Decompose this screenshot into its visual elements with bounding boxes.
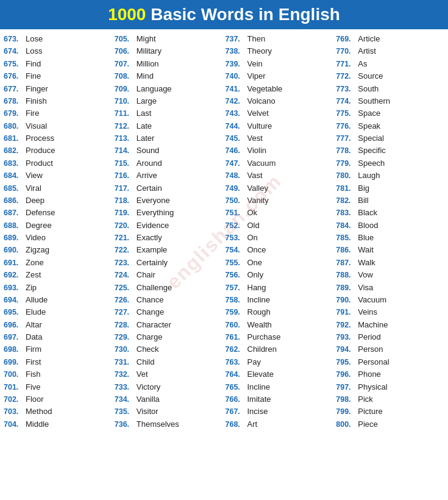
word-text: Southern [358,95,390,107]
word-row: 675.Find [4,58,112,70]
word-row: 762.Children [226,343,334,355]
word-text: Vegetable [247,83,283,95]
word-text: Certainly [137,257,168,269]
word-number: 759. [226,307,247,318]
word-number: 708. [115,71,137,82]
word-row: 703.Method [4,405,112,418]
word-row: 737.Then [226,33,334,45]
word-row: 745.Vest [226,132,334,145]
word-row: 726.Chance [115,294,223,306]
word-row: 688.Degree [4,220,112,232]
word-number: 794. [336,344,358,355]
word-number: 756. [226,270,247,281]
word-number: 760. [226,320,247,331]
word-row: 800.Piece [336,418,444,430]
word-number: 684. [4,170,26,182]
word-text: Specific [358,145,386,157]
word-row: 699.First [4,356,112,368]
word-text: On [247,232,258,244]
word-row: 718.Everyone [115,195,223,207]
word-number: 676. [4,71,26,82]
word-column-col1: 673.Lose674.Loss675.Find676.Fine677.Fing… [2,33,113,430]
word-number: 779. [336,158,358,170]
word-number: 798. [336,394,358,405]
word-text: Military [137,45,162,57]
word-number: 765. [226,382,247,393]
word-number: 726. [115,295,137,306]
word-row: 796.Phone [336,368,444,380]
word-row: 791.Veins [336,306,444,318]
word-text: Old [247,220,260,232]
word-number: 799. [336,406,358,418]
word-number: 712. [115,121,137,132]
word-number: 679. [4,108,26,120]
word-text: Wait [358,244,374,256]
word-text: Process [26,132,54,145]
word-number: 710. [115,96,137,107]
word-text: Purchase [247,331,281,343]
word-row: 691.Zone [4,257,112,269]
word-number: 681. [4,133,26,145]
word-text: Source [358,70,383,82]
word-number: 675. [4,59,26,70]
word-number: 751. [226,207,247,219]
word-number: 699. [4,357,26,368]
word-row: 742.Volcano [226,95,334,107]
word-row: 732.Vet [115,368,223,380]
word-text: Last [137,107,152,120]
word-text: Vast [247,170,263,182]
word-text: Speech [358,157,385,170]
word-text: Vacuum [358,294,386,306]
word-number: 784. [336,220,358,232]
title-text: Basic Words in English [151,5,340,24]
word-text: Vulture [247,120,272,132]
word-number: 746. [226,145,247,157]
word-text: Phone [358,368,381,380]
word-row: 767.Incise [226,405,334,418]
word-number: 735. [115,406,137,418]
word-row: 792.Machine [336,319,444,331]
word-text: One [247,257,263,269]
word-number: 758. [226,295,247,306]
word-row: 700.Fish [4,368,112,380]
word-text: Rough [247,306,271,318]
word-row: 760.Wealth [226,319,334,331]
word-number: 796. [336,369,358,380]
word-row: 701.Five [4,381,112,393]
word-column-col2: 705.Might706.Military707.Million708.Mind… [113,33,224,430]
word-text: Check [137,343,159,355]
word-text: Elevate [247,368,274,380]
word-text: Physical [358,381,387,393]
word-text: Deep [26,195,44,207]
word-row: 678.Finish [4,95,112,107]
word-row: 725.Challenge [115,282,223,294]
word-row: 786.Wait [336,244,444,256]
word-text: Method [26,405,52,418]
word-text: As [358,58,367,70]
word-text: Person [358,343,383,355]
word-row: 705.Might [115,33,223,45]
word-row: 702.Floor [4,393,112,405]
word-row: 713.Later [115,132,223,145]
word-text: Valley [247,182,268,195]
word-text: Change [137,306,165,318]
word-row: 674.Loss [4,45,112,57]
word-number: 730. [115,344,137,355]
word-number: 702. [4,394,26,405]
word-number: 718. [115,195,137,207]
word-number: 771. [336,59,358,70]
word-column-col3: 737.Then738.Theory739.Vein740.Viper741.V… [224,33,335,430]
word-number: 774. [336,96,358,107]
word-text: Hang [247,282,266,294]
word-row: 758.Incline [226,294,334,306]
word-number: 783. [336,207,358,219]
word-row: 676.Fine [4,70,112,82]
word-text: Challenge [137,282,172,294]
word-number: 678. [4,96,26,107]
word-text: Zigzag [26,244,49,256]
word-row: 683.Product [4,157,112,170]
word-text: Might [137,33,156,45]
word-number: 747. [226,158,247,170]
word-number: 682. [4,145,26,157]
word-text: Firm [26,343,41,355]
